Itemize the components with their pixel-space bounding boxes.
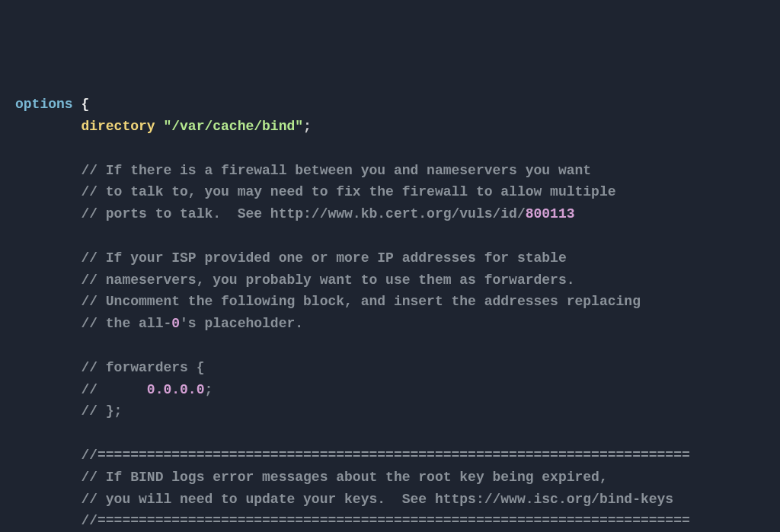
comment-line: // the all- [15, 316, 171, 331]
string-path: "/var/cache/bind" [155, 119, 303, 134]
number-ip: 0.0.0.0 [147, 382, 205, 397]
comment-line: // If your ISP provided one or more IP a… [15, 250, 567, 266]
comment-line: // [15, 382, 147, 397]
keyword-options: options [15, 97, 73, 112]
comment-line: // Uncomment the following block, and in… [15, 294, 641, 309]
comment-line: // If BIND logs error messages about the… [15, 470, 608, 485]
brace-open: { [73, 97, 90, 112]
comment-line: 's placeholder. [180, 316, 303, 331]
comment-line: // you will need to update your keys. Se… [15, 492, 673, 507]
comment-divider: //======================================… [15, 513, 690, 528]
comment-line: ; [204, 382, 213, 397]
keyword-directory: directory [15, 119, 155, 134]
comment-forwarders: // forwarders { [15, 360, 204, 375]
comment-line: // }; [15, 403, 122, 419]
number-zero: 0 [171, 316, 180, 331]
comment-line: // to talk to, you may need to fix the f… [15, 184, 616, 199]
comment-line: // ports to talk. See http://www.kb.cert… [15, 206, 526, 221]
comment-line: // nameservers, you probably want to use… [15, 272, 575, 288]
semicolon: ; [303, 119, 312, 134]
comment-divider: //======================================… [15, 448, 690, 463]
comment-line: // If there is a firewall between you an… [15, 163, 591, 178]
code-block: options { directory "/var/cache/bind"; /… [15, 94, 765, 532]
number-vuln-id: 800113 [526, 206, 575, 221]
